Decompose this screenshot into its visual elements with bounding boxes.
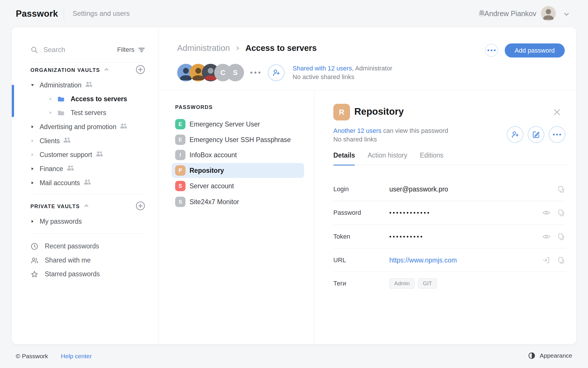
content-area: Administration Access to servers C S S [158, 27, 576, 344]
shared-people-icon [63, 137, 71, 145]
field-label: URL [333, 256, 346, 264]
nav-settings-and-users[interactable]: Settings and users [73, 9, 130, 18]
password-more-actions-button[interactable] [549, 126, 565, 143]
another-users-link[interactable]: Another 12 users [333, 127, 382, 134]
add-password-button[interactable]: Add password [505, 43, 565, 57]
organization-vaults-header: ORGANIZATION VAULTS [30, 65, 145, 75]
detail-initial-badge: R [333, 104, 350, 120]
copy-icon[interactable] [557, 256, 566, 264]
sidebar-item-finance[interactable]: Finance [30, 162, 145, 176]
appearance-toggle[interactable]: Appearance [528, 352, 572, 360]
breadcrumb-administration[interactable]: Administration [177, 43, 230, 53]
password-initial-badge: S [175, 181, 185, 191]
add-org-vault-button[interactable] [136, 65, 145, 76]
copy-icon[interactable] [557, 208, 566, 217]
tab-details[interactable]: Details [333, 152, 355, 166]
password-list: PASSWORDS E Emergency Server User E Emer… [158, 91, 314, 344]
sidebar-item-customer-support[interactable]: Customer support [30, 148, 145, 162]
more-users-ellipsis-icon[interactable] [250, 72, 260, 74]
breadcrumb-access-to-servers: Access to servers [245, 43, 317, 53]
tree-collapsed-arrow-icon[interactable] [49, 111, 53, 115]
folder-more-actions-button[interactable] [485, 44, 498, 57]
organization-vaults-title: ORGANIZATION VAULTS [30, 67, 100, 73]
tabs-underline [333, 165, 567, 165]
active-vault-indicator [12, 85, 14, 117]
tree-collapsed-arrow-icon[interactable] [30, 219, 34, 223]
tree-collapsed-arrow-icon[interactable] [30, 125, 34, 129]
password-item-repository[interactable]: P Repository [172, 163, 304, 178]
passwork-app: Passwork Settings and users Andrew Piank… [0, 0, 588, 368]
tree-collapsed-arrow-icon[interactable] [30, 139, 34, 143]
password-item-label: Repository [189, 167, 224, 175]
sidebar-item-administration[interactable]: Administration [30, 78, 145, 92]
tree-collapsed-arrow-icon[interactable] [30, 181, 34, 185]
tree-collapsed-arrow-icon[interactable] [49, 97, 53, 101]
sidebar-item-recent-passwords[interactable]: Recent passwords [30, 239, 145, 253]
sidebar-item-advertising-and-promotion[interactable]: Advertising and promotion [30, 120, 145, 134]
search-row: Filters [30, 43, 145, 57]
private-vaults-header: PRIVATE VAULTS [30, 202, 145, 211]
tree-expanded-arrow-icon[interactable] [30, 83, 34, 87]
password-initial-badge: E [175, 135, 185, 145]
vault-label: Mail accounts [40, 179, 80, 187]
password-detail-panel: R Repository Another 12 users can view t… [314, 91, 576, 344]
vault-label: Administration [40, 81, 82, 89]
open-link-icon[interactable] [542, 256, 551, 264]
close-icon[interactable] [552, 107, 562, 117]
vault-label: Customer support [40, 151, 92, 159]
help-center-link[interactable]: Help center [61, 353, 92, 360]
shared-user-avatar-initial[interactable]: S [227, 64, 244, 81]
tree-collapsed-arrow-icon[interactable] [30, 153, 34, 157]
field-row-login: Login user@passwork.pro [333, 177, 566, 201]
collapse-chevron-up-icon[interactable] [103, 66, 110, 74]
page-footer: © Passwork Help center Appearance [0, 344, 588, 368]
sidebar-item-access-to-servers[interactable]: Access to servers [30, 92, 145, 106]
sidebar-item-mail-accounts[interactable]: Mail accounts [30, 176, 145, 190]
tab-action-history[interactable]: Action history [368, 152, 407, 166]
topbar-divider [64, 7, 64, 20]
tab-editions[interactable]: Editions [420, 152, 444, 166]
sidebar-divider [30, 194, 145, 195]
sidebar-item-shared-with-me[interactable]: Shared with me [30, 253, 145, 267]
url-link[interactable]: https://www.npmjs.com [389, 256, 457, 264]
user-name[interactable]: Andrew Piankov [484, 9, 536, 18]
password-item-emergency-user-ssh-passphrase[interactable]: E Emergency User SSH Passphrase [172, 132, 304, 147]
sidebar-item-my-passwords[interactable]: My passwords [30, 214, 145, 228]
password-item-emergency-server-user[interactable]: E Emergency Server User [172, 117, 304, 132]
field-row-tags: Теги Admin GIT [333, 272, 566, 295]
person-add-icon [511, 130, 519, 139]
tag-chip[interactable]: GIT [418, 278, 437, 289]
tree-collapsed-arrow-icon[interactable] [30, 167, 34, 171]
eye-icon[interactable] [542, 208, 551, 217]
copy-icon[interactable] [557, 185, 566, 193]
shared-people-icon [120, 123, 127, 131]
password-masked-value: •••••••••••• [389, 210, 431, 216]
password-item-site24x7-monitor[interactable]: S Site24x7 Monitor [172, 194, 304, 209]
clock-icon [30, 242, 38, 250]
user-menu-chevron-down-icon[interactable] [563, 10, 570, 18]
no-shared-links-status: No shared links [333, 136, 377, 143]
share-password-button[interactable] [507, 126, 523, 143]
private-vaults-title: PRIVATE VAULTS [30, 204, 80, 210]
shared-with-users-link[interactable]: Shared with 12 users [293, 65, 352, 72]
app-logo: Passwork [16, 9, 58, 19]
add-private-vault-button[interactable] [136, 201, 145, 212]
filters-button[interactable]: Filters [117, 46, 145, 53]
password-item-server-account[interactable]: S Server account [172, 179, 304, 193]
invite-user-button[interactable] [268, 64, 285, 81]
sidebar-item-clients[interactable]: Clients [30, 134, 145, 148]
collapse-chevron-up-icon[interactable] [83, 203, 90, 210]
sidebar-item-test-servers[interactable]: Test servers [30, 106, 145, 120]
copy-icon[interactable] [557, 232, 566, 241]
search-input[interactable] [43, 46, 117, 54]
top-bar: Passwork Settings and users Andrew Piank… [0, 0, 588, 27]
user-avatar[interactable] [541, 6, 556, 21]
password-item-infobox-account[interactable]: I InfoBox account [172, 147, 304, 162]
sidebar-item-starred-passwords[interactable]: Starred passwords [30, 267, 145, 281]
vault-label: Clients [40, 137, 60, 145]
tag-chip[interactable]: Admin [389, 278, 415, 289]
eye-icon[interactable] [542, 232, 551, 241]
password-list-title: PASSWORDS [175, 104, 213, 110]
password-item-label: Emergency Server User [189, 120, 260, 128]
edit-password-button[interactable] [528, 126, 544, 143]
